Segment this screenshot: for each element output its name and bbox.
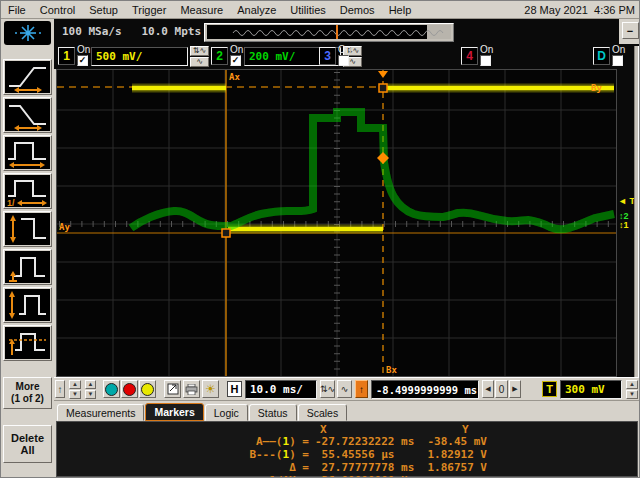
channel-1-badge[interactable]: 1 <box>58 47 75 65</box>
waveform-display[interactable]: Ax Ay Bx By <box>56 69 617 377</box>
meas-v-amplitude-button[interactable] <box>3 287 52 323</box>
menu-demos[interactable]: Demos <box>333 2 382 18</box>
meas-period-button[interactable]: 1/ <box>3 173 52 209</box>
channel-2-on-label: On <box>230 44 243 55</box>
single-button[interactable] <box>139 380 156 398</box>
timebase-knob-button[interactable]: ⇅∿ <box>320 380 335 398</box>
marker-b-handle[interactable] <box>379 84 387 92</box>
zero-delay-button[interactable]: 0 <box>495 380 508 398</box>
pan-right-button[interactable]: ▶ <box>509 380 521 398</box>
tab-logic[interactable]: Logic <box>205 404 248 421</box>
fall-time-icon <box>5 99 50 131</box>
print-icon <box>185 384 198 395</box>
tab-scales[interactable]: Scales <box>298 404 348 421</box>
channel-1-scale-field[interactable]: 500 mV/ <box>91 47 188 66</box>
graticule: Ax Ay Bx By <box>57 70 616 376</box>
more-measurements-button[interactable]: More (1 of 2) <box>3 377 52 409</box>
menu-measure[interactable]: Measure <box>173 2 230 18</box>
inverse-delta-x-value: 36.00000000 Hz <box>315 474 414 478</box>
menu-analyze[interactable]: Analyze <box>230 2 283 18</box>
trigger-level-marker[interactable]: ◄ T <box>618 196 635 206</box>
period-icon: 1/ <box>5 175 50 207</box>
tab-markers[interactable]: Markers <box>145 403 203 421</box>
sun-icon: ☀ <box>205 382 216 396</box>
delta-label: Δ = <box>57 461 309 474</box>
save-waveform-button[interactable] <box>164 380 181 398</box>
waveform-overview[interactable] <box>204 23 454 42</box>
menu-setup[interactable]: Setup <box>82 2 125 18</box>
bottom-tab-bar: Measurements Markers Logic Status Scales <box>54 400 640 421</box>
channel-1-on-label: On <box>77 44 90 55</box>
channel-1-scale-knob-icon[interactable]: ⇅∿ <box>190 46 209 56</box>
horizontal-scale-spinner[interactable]: ▲▼ <box>67 380 83 398</box>
channel-3-checkbox[interactable] <box>338 55 349 66</box>
marker-a-handle[interactable] <box>222 229 230 237</box>
meas-fall-time-button[interactable] <box>3 97 52 133</box>
v-amplitude-icon <box>5 289 50 321</box>
horizontal-position-field[interactable]: -8.4999999999 ms <box>371 380 479 399</box>
wave-icon: ∿ <box>341 384 349 394</box>
channel-3-on-label: On <box>338 44 351 55</box>
channel-1-ground-marker[interactable]: ↕1 <box>619 220 629 230</box>
run-button[interactable] <box>103 380 120 398</box>
channel-2-badge[interactable]: 2 <box>211 47 228 65</box>
menu-file[interactable]: File <box>1 2 33 18</box>
digital-checkbox[interactable] <box>612 55 623 66</box>
v-base-icon <box>5 251 50 283</box>
undo-left-button[interactable]: ↑ <box>55 380 65 398</box>
channel-2-trace <box>131 112 614 229</box>
marker-b-label: B---(1) = <box>57 448 309 461</box>
meas-pulse-width-button[interactable] <box>3 135 52 171</box>
meas-rise-time-button[interactable] <box>3 59 52 95</box>
pulse-width-icon <box>5 137 50 169</box>
minimize-button[interactable]: − <box>622 22 639 39</box>
rising-edge-icon: ↑ <box>359 384 364 395</box>
channel-3-badge[interactable]: 3 <box>319 47 336 65</box>
channel-4-badge[interactable]: 4 <box>461 47 478 65</box>
print-button[interactable] <box>183 380 200 398</box>
trigger-slope-button[interactable]: ↑ <box>355 380 368 398</box>
channel-2-checkbox[interactable]: ✓ <box>230 55 241 66</box>
delay-knob-button[interactable]: ∿ <box>337 380 352 398</box>
trigger-level-spinner[interactable]: ▲▼ <box>625 380 639 398</box>
trigger-level-slider-track[interactable] <box>634 46 639 377</box>
menu-help[interactable]: Help <box>382 2 419 18</box>
tab-measurements[interactable]: Measurements <box>57 404 144 421</box>
channel-row: 1 On ✓ 500 mV/ ⇅∿ ∿ 2 On ✓ 200 mV/ ⇅∿ ∿ … <box>54 44 640 69</box>
tab-status[interactable]: Status <box>249 404 297 421</box>
datetime: 28 May 2021 4:36 PM <box>524 4 640 16</box>
menu-utilities[interactable]: Utilities <box>283 2 332 18</box>
channel-1-trace <box>132 88 614 229</box>
meas-v-average-button[interactable] <box>3 325 52 361</box>
horizontal-position-spinner[interactable]: ▲▼ <box>85 380 96 398</box>
stop-button[interactable] <box>121 380 138 398</box>
trigger-time-marker[interactable] <box>378 71 388 78</box>
clear-display-button[interactable]: ☀ <box>202 380 219 398</box>
channel-4-checkbox[interactable] <box>480 55 491 66</box>
run-icon <box>105 383 118 396</box>
menu-control[interactable]: Control <box>33 2 82 18</box>
marker-ay-label: Ay <box>59 222 70 232</box>
marker-b-y-value: 1.82912 V <box>312 448 487 461</box>
inverse-delta-label: 1/ΔX = <box>57 474 309 478</box>
marker-by-label: By <box>591 83 602 93</box>
timebase-field[interactable]: 10.0 ms/ <box>245 380 317 399</box>
digital-on-label: On <box>612 44 625 55</box>
channel-1-checkbox[interactable]: ✓ <box>77 55 88 66</box>
delete-all-button[interactable]: Delete All <box>3 425 52 463</box>
trigger-level-field[interactable]: 300 mV <box>560 380 622 399</box>
oscilloscope-window: File Control Setup Trigger Measure Analy… <box>0 0 640 478</box>
svg-text:1/: 1/ <box>7 198 15 207</box>
meas-v-base-button[interactable] <box>3 249 52 285</box>
starburst-icon <box>10 24 46 42</box>
single-icon <box>141 383 154 396</box>
meas-peak-peak-button[interactable] <box>3 211 52 247</box>
channel-1-offset-knob-icon[interactable]: ∿ <box>190 57 209 67</box>
pan-left-button[interactable]: ◀ <box>482 380 494 398</box>
delta-y-value: 1.86757 V <box>312 461 487 474</box>
rise-time-icon <box>5 61 50 93</box>
stop-icon <box>123 383 136 396</box>
menu-trigger[interactable]: Trigger <box>125 2 173 18</box>
overview-waveform-icon <box>205 24 453 41</box>
digital-channel-badge[interactable]: D <box>593 47 610 65</box>
